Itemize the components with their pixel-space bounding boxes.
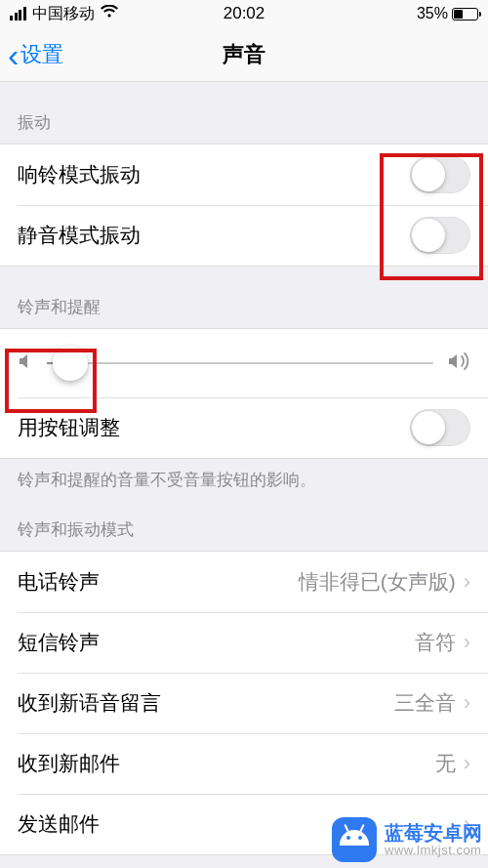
row-text-tone[interactable]: 短信铃声 音符 › xyxy=(0,612,488,673)
watermark-url: www.lmkjst.com xyxy=(385,844,482,857)
status-bar: 中国移动 20:02 35% xyxy=(0,0,488,27)
chevron-right-icon: › xyxy=(464,751,470,776)
row-label: 电话铃声 xyxy=(18,568,100,596)
row-label: 响铃模式振动 xyxy=(18,161,141,188)
footer-note: 铃声和提醒的音量不受音量按钮的影响。 xyxy=(0,459,488,501)
row-button-adjust[interactable]: 用按钮调整 xyxy=(0,397,488,458)
row-value: 无 › xyxy=(435,750,470,777)
ringtone-alert-group: 用按钮调整 xyxy=(0,328,488,459)
watermark-icon xyxy=(332,817,377,862)
carrier-label: 中国移动 xyxy=(32,4,95,24)
row-value: 音符 › xyxy=(415,629,470,656)
vibration-group: 响铃模式振动 静音模式振动 xyxy=(0,144,488,267)
page-title: 声音 xyxy=(223,40,265,69)
row-ringtone[interactable]: 电话铃声 情非得已(女声版) › xyxy=(0,552,488,612)
row-vibrate-on-silent[interactable]: 静音模式振动 xyxy=(0,205,488,266)
slider-thumb[interactable] xyxy=(53,346,88,381)
row-value: 情非得已(女声版) › xyxy=(299,568,470,596)
status-right: 35% xyxy=(417,5,478,22)
watermark: 蓝莓安卓网 www.lmkjst.com xyxy=(332,817,482,862)
watermark-text: 蓝莓安卓网 www.lmkjst.com xyxy=(385,822,482,857)
toggle-vibrate-on-silent[interactable] xyxy=(410,217,470,254)
chevron-right-icon: › xyxy=(464,630,470,655)
pattern-group: 电话铃声 情非得已(女声版) › 短信铃声 音符 › 收到新语音留言 三全音 ›… xyxy=(0,551,488,855)
chevron-left-icon: ‹ xyxy=(8,38,19,71)
row-label: 发送邮件 xyxy=(18,810,100,838)
row-label: 静音模式振动 xyxy=(18,222,141,249)
chevron-right-icon: › xyxy=(464,690,470,716)
row-label: 收到新邮件 xyxy=(18,750,120,777)
status-left: 中国移动 xyxy=(10,4,118,24)
volume-low-icon xyxy=(18,351,33,375)
nav-bar: ‹ 设置 声音 xyxy=(0,27,488,82)
volume-high-icon xyxy=(447,351,470,375)
row-vibrate-on-ring[interactable]: 响铃模式振动 xyxy=(0,145,488,205)
battery-icon xyxy=(452,8,478,21)
row-label: 短信铃声 xyxy=(18,629,100,656)
row-label: 收到新语音留言 xyxy=(18,689,161,717)
row-new-mail[interactable]: 收到新邮件 无 › xyxy=(0,733,488,794)
row-label: 用按钮调整 xyxy=(18,414,120,441)
row-voicemail[interactable]: 收到新语音留言 三全音 › xyxy=(0,673,488,733)
row-value: 三全音 › xyxy=(394,689,470,717)
battery-percentage: 35% xyxy=(417,5,448,22)
back-button[interactable]: ‹ 设置 xyxy=(8,38,63,71)
chevron-right-icon: › xyxy=(464,569,470,595)
watermark-title: 蓝莓安卓网 xyxy=(385,822,482,844)
toggle-vibrate-on-ring[interactable] xyxy=(410,156,470,193)
status-time: 20:02 xyxy=(224,4,265,23)
section-header-ringtone-alert: 铃声和提醒 xyxy=(0,267,488,328)
signal-bars-icon xyxy=(10,7,26,21)
back-label: 设置 xyxy=(20,40,63,69)
section-header-pattern: 铃声和振动模式 xyxy=(0,501,488,551)
volume-slider-row xyxy=(0,329,488,397)
volume-slider[interactable] xyxy=(47,362,433,364)
wifi-icon xyxy=(101,5,118,22)
toggle-button-adjust[interactable] xyxy=(410,409,470,446)
section-header-vibration: 振动 xyxy=(0,82,488,144)
